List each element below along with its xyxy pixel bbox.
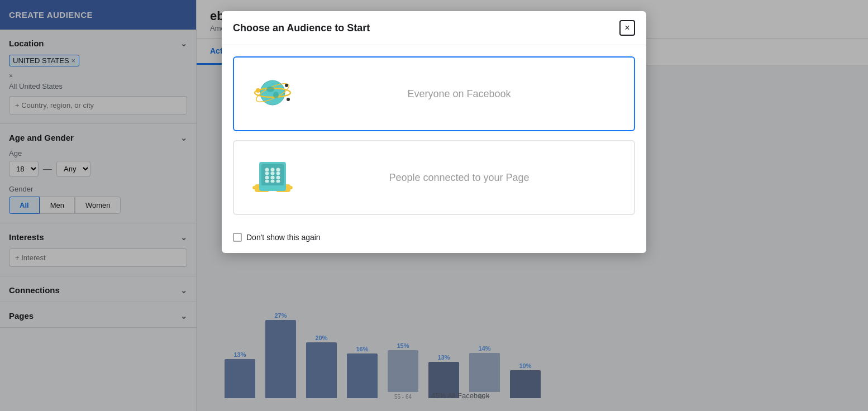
modal-overlay: Choose an Audience to Start × — [0, 0, 868, 411]
svg-point-6 — [266, 87, 274, 92]
svg-rect-23 — [271, 180, 275, 183]
people-connected-label: People connected to your Page — [298, 172, 621, 184]
svg-rect-15 — [265, 172, 269, 175]
modal-dialog: Choose an Audience to Start × — [222, 11, 646, 253]
svg-rect-10 — [252, 186, 257, 189]
svg-point-7 — [273, 92, 279, 98]
svg-rect-21 — [265, 180, 269, 183]
svg-point-3 — [256, 88, 260, 93]
svg-rect-11 — [288, 186, 293, 189]
svg-point-20 — [265, 176, 269, 180]
dont-show-label: Don't show this again — [246, 233, 321, 242]
svg-point-5 — [287, 98, 290, 101]
svg-point-22 — [271, 176, 275, 180]
svg-point-14 — [265, 168, 269, 172]
tablet-people-icon — [247, 152, 298, 203]
modal-header: Choose an Audience to Start × — [222, 11, 646, 45]
svg-point-16 — [271, 168, 275, 172]
modal-footer: Don't show this again — [222, 226, 646, 253]
people-connected-card[interactable]: People connected to your Page — [233, 140, 635, 215]
modal-title: Choose an Audience to Start — [233, 22, 370, 34]
dont-show-checkbox-wrapper[interactable]: Don't show this again — [233, 233, 321, 242]
svg-point-4 — [285, 84, 288, 87]
close-icon: × — [624, 23, 629, 33]
svg-point-24 — [276, 176, 280, 180]
svg-rect-19 — [276, 172, 280, 175]
everyone-facebook-card[interactable]: Everyone on Facebook — [233, 56, 635, 131]
globe-icon — [247, 69, 298, 119]
modal-body: Everyone on Facebook — [222, 45, 646, 226]
svg-point-18 — [276, 168, 280, 172]
everyone-facebook-label: Everyone on Facebook — [298, 88, 621, 100]
modal-close-button[interactable]: × — [619, 20, 635, 36]
svg-rect-17 — [271, 172, 275, 175]
dont-show-checkbox[interactable] — [233, 233, 242, 242]
svg-rect-25 — [276, 180, 280, 183]
